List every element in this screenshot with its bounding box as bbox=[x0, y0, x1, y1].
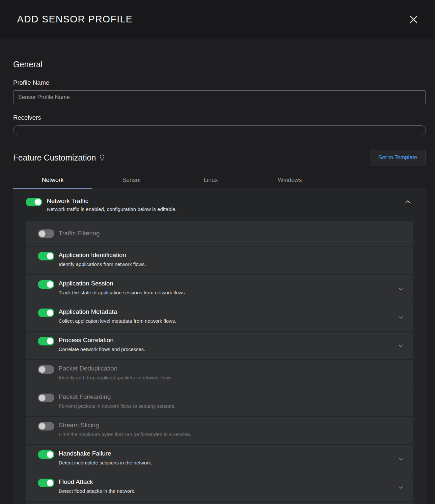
feature-description: Collect application level metadata from … bbox=[59, 318, 397, 324]
application-identification-toggle[interactable] bbox=[38, 252, 54, 260]
feature-tabs: Network Sensor Linux Windows bbox=[13, 171, 426, 189]
feature-description: Identify and drop duplicate packets in n… bbox=[59, 375, 404, 380]
feature-customization-heading: Feature Customization bbox=[13, 153, 105, 163]
handshake-failure-toggle[interactable] bbox=[38, 450, 54, 459]
tab-linux[interactable]: Linux bbox=[171, 171, 250, 189]
feature-card-partial bbox=[26, 502, 413, 504]
feature-card-handshake-failure: Handshake Failure Detect incomplete sess… bbox=[26, 445, 413, 473]
expand-process-correlation-button[interactable] bbox=[397, 342, 404, 350]
chevron-down-icon bbox=[397, 484, 404, 491]
chevron-up-icon bbox=[404, 198, 411, 205]
feature-title: Packet Forwarding bbox=[59, 393, 404, 400]
set-to-template-button[interactable]: Set to Template bbox=[370, 150, 426, 165]
feature-customization-heading-text: Feature Customization bbox=[13, 153, 96, 163]
feature-title: Application Identification bbox=[59, 252, 404, 259]
receivers-input[interactable] bbox=[13, 125, 426, 135]
feature-card-application-session: Application Session Track the state of a… bbox=[26, 275, 413, 303]
feature-title: Process Correlation bbox=[59, 337, 397, 344]
feature-title: Traffic Filtering bbox=[59, 230, 404, 237]
feature-card-packet-forwarding: Packet Forwarding Forward packets in net… bbox=[26, 388, 413, 416]
feature-card-flood-attack: Flood Attack Detect flood attacks in the… bbox=[26, 473, 413, 501]
feature-description: Limit the maximum bytes that can be forw… bbox=[59, 431, 404, 437]
feature-description: Correlate network flows and processes. bbox=[59, 346, 397, 352]
packet-forwarding-toggle[interactable] bbox=[38, 394, 54, 402]
chevron-down-icon bbox=[397, 456, 404, 462]
stream-slicing-toggle[interactable] bbox=[38, 422, 54, 430]
profile-name-label: Profile Name bbox=[13, 79, 426, 86]
packet-deduplication-toggle[interactable] bbox=[38, 365, 54, 374]
feature-description: Detect incomplete sessions in the networ… bbox=[59, 460, 397, 465]
feature-card-traffic-filtering: Traffic Filtering bbox=[26, 221, 413, 246]
feature-title: Flood Attack bbox=[59, 478, 397, 486]
application-metadata-toggle[interactable] bbox=[38, 309, 54, 317]
feature-title: Handshake Failure bbox=[59, 450, 397, 457]
network-traffic-row: Network Traffic Network traffic is enabl… bbox=[13, 197, 426, 212]
expand-application-session-button[interactable] bbox=[397, 286, 404, 294]
traffic-filtering-toggle[interactable] bbox=[38, 229, 54, 238]
feature-card-stream-slicing: Stream Slicing Limit the maximum bytes t… bbox=[26, 417, 413, 444]
network-traffic-toggle[interactable] bbox=[26, 198, 42, 206]
chevron-down-icon bbox=[397, 342, 404, 349]
chevron-down-icon bbox=[397, 286, 404, 292]
modal-body: General Profile Name Receivers Feature C… bbox=[0, 60, 435, 504]
expand-handshake-failure-button[interactable] bbox=[397, 456, 404, 464]
feature-description: Identify applications from network flows… bbox=[59, 261, 404, 267]
collapse-section-button[interactable] bbox=[404, 198, 411, 207]
modal-header: ADD SENSOR PROFILE bbox=[0, 0, 435, 39]
feature-title: Application Metadata bbox=[59, 308, 397, 315]
general-heading: General bbox=[13, 60, 426, 69]
feature-description: Forward packets in network flows to secu… bbox=[59, 403, 404, 409]
feature-description: Track the state of application sessions … bbox=[59, 290, 397, 295]
modal-title: ADD SENSOR PROFILE bbox=[17, 14, 133, 25]
feature-title: Application Session bbox=[59, 280, 397, 287]
lightbulb-icon bbox=[99, 154, 105, 162]
network-traffic-description: Network traffic is enabled, configuratio… bbox=[47, 206, 404, 212]
network-traffic-title: Network Traffic bbox=[47, 197, 404, 205]
tab-sensor[interactable]: Sensor bbox=[92, 171, 171, 189]
feature-description: Detect flood attacks in the network. bbox=[59, 488, 397, 494]
close-icon bbox=[409, 15, 419, 24]
process-correlation-toggle[interactable] bbox=[38, 337, 54, 345]
expand-application-metadata-button[interactable] bbox=[397, 314, 404, 322]
feature-title: Packet Deduplication bbox=[59, 365, 404, 372]
feature-card-packet-deduplication: Packet Deduplication Identify and drop d… bbox=[26, 360, 413, 388]
feature-title: Stream Slicing bbox=[59, 422, 404, 429]
feature-card-list: Traffic Filtering Application Identifica… bbox=[26, 221, 413, 504]
close-button[interactable] bbox=[408, 14, 419, 25]
feature-card-application-identification: Application Identification Identify appl… bbox=[26, 247, 413, 274]
tab-windows[interactable]: Windows bbox=[250, 171, 329, 189]
receivers-label: Receivers bbox=[13, 114, 426, 121]
application-session-toggle[interactable] bbox=[38, 280, 54, 289]
tab-network[interactable]: Network bbox=[13, 171, 92, 189]
flood-attack-toggle[interactable] bbox=[38, 479, 54, 487]
network-tab-panel: Network Traffic Network traffic is enabl… bbox=[13, 189, 426, 504]
feature-card-application-metadata: Application Metadata Collect application… bbox=[26, 303, 413, 331]
feature-card-process-correlation: Process Correlation Correlate network fl… bbox=[26, 332, 413, 359]
chevron-down-icon bbox=[397, 314, 404, 321]
expand-flood-attack-button[interactable] bbox=[397, 484, 404, 492]
profile-name-input[interactable] bbox=[13, 90, 426, 104]
